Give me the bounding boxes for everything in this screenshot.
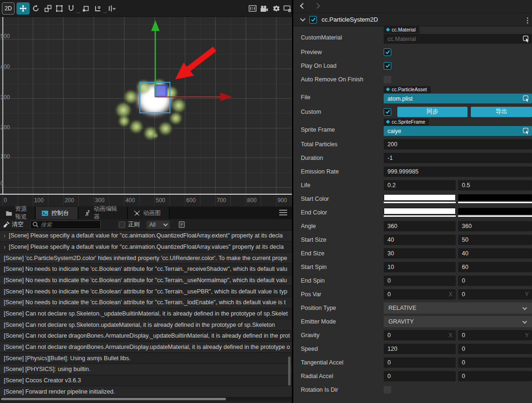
pos-var-y-input[interactable]: 0Y [458, 289, 532, 300]
log-row[interactable]: ›[Scene] Please specifiy a default value… [0, 230, 292, 242]
log-row[interactable]: [Scene] [PHYSICS]: using builtin. [0, 364, 292, 375]
tangential-accel-input-2[interactable]: 0 [458, 357, 532, 368]
console-tab-3[interactable]: 动画编辑器 [79, 207, 128, 219]
end-size-input-2[interactable]: 40 [458, 248, 532, 259]
scene-viewport[interactable]: 5004003002001000 [0, 17, 292, 194]
start-color-swatch-2[interactable] [458, 194, 532, 203]
component-enabled-checkbox[interactable] [309, 16, 317, 24]
play-on-load-checkbox[interactable] [384, 62, 391, 70]
scene-settings-button[interactable] [271, 2, 282, 15]
end-spin-input-1[interactable]: 0 [384, 276, 456, 286]
scene-camera-button[interactable] [258, 2, 270, 15]
log-row[interactable]: [Scene] No needs to indicate the 'cc.Boo… [0, 297, 292, 308]
start-size-input-1[interactable]: 40 [384, 235, 456, 245]
total-particles-input[interactable]: 200 [384, 139, 532, 150]
end-spin-input-2[interactable]: 0 [458, 276, 532, 286]
log-row[interactable]: [Scene] Cocos Creator v3.6.3 [0, 375, 292, 387]
tangential-accel-input-1[interactable]: 0 [384, 357, 456, 368]
horizontal-scrollbar-thumb[interactable] [1, 398, 226, 400]
gizmo-settings-button[interactable] [106, 2, 118, 15]
search-input[interactable] [40, 221, 96, 228]
log-row[interactable]: [Scene] Can not declare sp.Skeleton._upd… [0, 308, 292, 320]
kebab-menu-icon[interactable] [527, 17, 528, 19]
angle-input-1[interactable]: 360 [384, 221, 456, 231]
2d-mode-button[interactable]: 2D [2, 2, 15, 15]
log-detail-icon[interactable] [178, 221, 185, 228]
rotate-tool-button[interactable] [30, 2, 41, 15]
gravity-y-input[interactable]: 0Y [458, 330, 532, 340]
asset-picker-icon[interactable] [523, 35, 530, 43]
log-row[interactable]: [Scene] No needs to indicate the 'cc.Boo… [0, 275, 292, 286]
field-value: 200 [387, 141, 397, 148]
gizmo-y-axis-arrowhead[interactable] [151, 20, 160, 31]
preview-checkbox[interactable] [384, 48, 391, 56]
back-arrow-icon[interactable] [300, 3, 306, 9]
property-label: File [301, 94, 310, 101]
life-input-2[interactable]: 0.5 [458, 180, 532, 190]
vertical-scrollbar-thumb[interactable] [288, 356, 290, 386]
console-search-box[interactable] [30, 221, 101, 229]
rotation-is-dir-checkbox[interactable] [384, 386, 391, 394]
sprite-frame-asset-field[interactable]: caiye [384, 126, 532, 136]
log-row[interactable]: [Scene] Can not declare dragonBones.Arma… [0, 331, 292, 342]
move-tool-button[interactable] [16, 2, 30, 15]
life-input-1[interactable]: 0.2 [384, 180, 456, 190]
log-row[interactable]: [Scene] No needs to indicate the 'cc.Boo… [0, 286, 292, 297]
expand-chevron-icon[interactable]: › [4, 243, 6, 251]
forward-arrow-icon[interactable] [314, 3, 320, 9]
start-size-input-2[interactable]: 50 [458, 235, 532, 245]
custom-checkbox[interactable] [384, 108, 391, 116]
log-row[interactable]: ›[Scene] Please specifiy a default value… [0, 242, 292, 253]
console-tab-1[interactable]: 资源预览 [0, 207, 35, 219]
horizontal-scrollbar[interactable] [0, 397, 292, 401]
scale-tool-button[interactable] [42, 2, 54, 15]
log-row[interactable]: [Scene] [Physics][Bullet]: Using asmjs B… [0, 353, 292, 364]
uniform-transform-tool-button[interactable] [65, 2, 77, 15]
speed-input-1[interactable]: 120 [384, 344, 456, 354]
asset-picker-icon[interactable] [523, 95, 530, 103]
-button[interactable]: 导出 [471, 107, 532, 117]
position-type-select[interactable]: RELATIVE [384, 302, 532, 314]
emission-rate-input[interactable]: 999.999985 [384, 166, 532, 177]
log-row[interactable]: [Scene] Can not declare dragonBones.Arma… [0, 342, 292, 353]
aspect-ratio-button[interactable] [247, 2, 258, 15]
regex-checkbox[interactable] [119, 221, 125, 228]
rect-tool-button[interactable] [54, 2, 65, 15]
pos-var-x-input[interactable]: 0X [384, 289, 456, 300]
start-color-swatch-1[interactable] [384, 194, 456, 203]
file-asset-field[interactable]: atom.plist [384, 94, 532, 103]
snap-corner-tool-button[interactable] [80, 2, 91, 15]
log-row[interactable]: [Scene] Can not declare sp.Skeleton.upda… [0, 319, 292, 331]
display-export-button[interactable] [282, 2, 293, 15]
asset-diamond-icon [386, 120, 390, 124]
custommaterial-asset-field[interactable]: cc.Material [384, 34, 532, 44]
-button[interactable]: 同步 [397, 107, 468, 117]
gravity-x-input[interactable]: 0X [384, 330, 456, 340]
radial-accel-input-1[interactable]: 0 [384, 371, 456, 381]
end-color-swatch-1[interactable] [384, 208, 456, 217]
duration-input[interactable]: -1 [384, 153, 532, 163]
angle-input-2[interactable]: 360 [458, 221, 532, 231]
asset-picker-icon[interactable] [523, 127, 530, 135]
log-row[interactable]: [Scene] Forward render pipeline initiali… [0, 386, 292, 397]
end-size-input-1[interactable]: 30 [384, 248, 456, 259]
component-header[interactable]: cc.ParticleSystem2D [293, 13, 532, 26]
gizmo-x-axis-arrowhead[interactable] [220, 93, 233, 101]
end-color-swatch-2[interactable] [458, 208, 532, 217]
collapse-chevron-icon[interactable] [300, 16, 305, 21]
emitter-mode-select[interactable]: GRAVITY [384, 316, 532, 327]
start-spin-input-2[interactable]: 60 [458, 262, 532, 272]
speed-input-2[interactable]: 0 [458, 344, 532, 354]
console-tab-4[interactable]: 动画图 [128, 207, 169, 219]
start-spin-input-1[interactable]: 10 [384, 262, 456, 272]
radial-accel-input-2[interactable]: 0 [458, 371, 532, 381]
expand-chevron-icon[interactable]: › [4, 232, 6, 240]
log-level-select[interactable]: All [146, 221, 170, 229]
log-row[interactable]: [Scene] 'cc.ParticleSystem2D.color' hide… [0, 253, 292, 264]
snap-angle-tool-button[interactable] [92, 2, 103, 15]
hamburger-menu-icon[interactable] [279, 210, 287, 216]
auto-remove-on-finish-checkbox[interactable] [384, 76, 391, 83]
log-row[interactable]: [Scene] No needs to indicate the 'cc.Boo… [0, 264, 292, 275]
clear-console-button[interactable]: 清空 [3, 221, 24, 229]
console-tab-2[interactable]: 控制台 [36, 207, 78, 219]
